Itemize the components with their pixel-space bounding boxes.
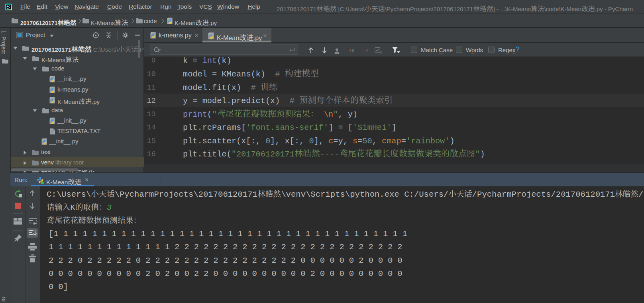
svg-text:II: II (380, 51, 383, 55)
svg-text:PC: PC (7, 5, 10, 8)
